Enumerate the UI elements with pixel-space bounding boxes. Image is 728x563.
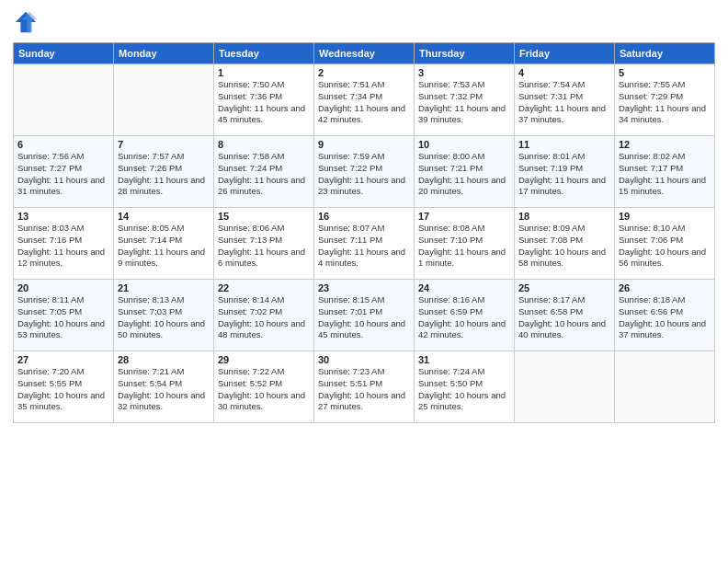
day-number: 13 [17, 211, 109, 222]
calendar-cell: 12Sunrise: 8:02 AM Sunset: 7:17 PM Dayli… [615, 136, 715, 208]
calendar-cell: 5Sunrise: 7:55 AM Sunset: 7:29 PM Daylig… [615, 64, 715, 136]
svg-marker-0 [16, 12, 36, 32]
day-number: 27 [17, 354, 109, 365]
day-info: Sunrise: 7:56 AM Sunset: 7:27 PM Dayligh… [17, 151, 109, 198]
calendar-cell: 18Sunrise: 8:09 AM Sunset: 7:08 PM Dayli… [515, 208, 615, 280]
day-number: 2 [318, 67, 410, 78]
day-info: Sunrise: 7:53 AM Sunset: 7:32 PM Dayligh… [418, 79, 510, 126]
calendar-cell: 29Sunrise: 7:22 AM Sunset: 5:52 PM Dayli… [214, 351, 314, 423]
weekday-header-tuesday: Tuesday [214, 43, 314, 64]
day-info: Sunrise: 7:57 AM Sunset: 7:26 PM Dayligh… [118, 151, 210, 198]
day-number: 15 [218, 211, 310, 222]
calendar-cell: 17Sunrise: 8:08 AM Sunset: 7:10 PM Dayli… [415, 208, 515, 280]
weekday-header-row: SundayMondayTuesdayWednesdayThursdayFrid… [14, 43, 715, 64]
calendar-cell: 19Sunrise: 8:10 AM Sunset: 7:06 PM Dayli… [615, 208, 715, 280]
day-number: 14 [118, 211, 210, 222]
calendar-cell: 25Sunrise: 8:17 AM Sunset: 6:58 PM Dayli… [515, 280, 615, 351]
day-info: Sunrise: 7:22 AM Sunset: 5:52 PM Dayligh… [218, 366, 310, 413]
day-number: 20 [17, 282, 109, 293]
calendar-cell: 9Sunrise: 7:59 AM Sunset: 7:22 PM Daylig… [314, 136, 415, 208]
calendar-cell: 30Sunrise: 7:23 AM Sunset: 5:51 PM Dayli… [314, 351, 415, 423]
calendar-cell: 1Sunrise: 7:50 AM Sunset: 7:36 PM Daylig… [214, 64, 314, 136]
calendar-cell: 27Sunrise: 7:20 AM Sunset: 5:55 PM Dayli… [14, 351, 114, 423]
day-info: Sunrise: 7:23 AM Sunset: 5:51 PM Dayligh… [318, 366, 410, 413]
day-info: Sunrise: 8:08 AM Sunset: 7:10 PM Dayligh… [418, 223, 510, 270]
day-info: Sunrise: 7:24 AM Sunset: 5:50 PM Dayligh… [418, 366, 510, 413]
calendar-table: SundayMondayTuesdayWednesdayThursdayFrid… [13, 42, 715, 423]
day-info: Sunrise: 7:50 AM Sunset: 7:36 PM Dayligh… [218, 79, 310, 126]
calendar-cell: 31Sunrise: 7:24 AM Sunset: 5:50 PM Dayli… [415, 351, 515, 423]
day-info: Sunrise: 8:02 AM Sunset: 7:17 PM Dayligh… [619, 151, 711, 198]
day-info: Sunrise: 8:17 AM Sunset: 6:58 PM Dayligh… [518, 294, 610, 341]
day-info: Sunrise: 7:55 AM Sunset: 7:29 PM Dayligh… [619, 79, 711, 126]
calendar-cell: 8Sunrise: 7:58 AM Sunset: 7:24 PM Daylig… [214, 136, 314, 208]
day-info: Sunrise: 8:00 AM Sunset: 7:21 PM Dayligh… [418, 151, 510, 198]
day-info: Sunrise: 8:11 AM Sunset: 7:05 PM Dayligh… [17, 294, 109, 341]
day-info: Sunrise: 8:14 AM Sunset: 7:02 PM Dayligh… [218, 294, 310, 341]
weekday-header-friday: Friday [515, 43, 615, 64]
day-number: 23 [318, 282, 410, 293]
calendar-cell [114, 64, 214, 136]
day-number: 22 [218, 282, 310, 293]
day-info: Sunrise: 8:07 AM Sunset: 7:11 PM Dayligh… [318, 223, 410, 270]
calendar-cell: 26Sunrise: 8:18 AM Sunset: 6:56 PM Dayli… [615, 280, 715, 351]
day-number: 7 [118, 139, 210, 150]
day-number: 24 [418, 282, 510, 293]
weekday-header-thursday: Thursday [415, 43, 515, 64]
day-info: Sunrise: 8:01 AM Sunset: 7:19 PM Dayligh… [518, 151, 610, 198]
page: SundayMondayTuesdayWednesdayThursdayFrid… [0, 0, 728, 563]
day-info: Sunrise: 8:09 AM Sunset: 7:08 PM Dayligh… [518, 223, 610, 270]
calendar-cell: 3Sunrise: 7:53 AM Sunset: 7:32 PM Daylig… [415, 64, 515, 136]
weekday-header-wednesday: Wednesday [314, 43, 415, 64]
calendar-cell: 16Sunrise: 8:07 AM Sunset: 7:11 PM Dayli… [314, 208, 415, 280]
calendar-cell: 15Sunrise: 8:06 AM Sunset: 7:13 PM Dayli… [214, 208, 314, 280]
calendar-cell: 28Sunrise: 7:21 AM Sunset: 5:54 PM Dayli… [114, 351, 214, 423]
calendar-cell: 2Sunrise: 7:51 AM Sunset: 7:34 PM Daylig… [314, 64, 415, 136]
day-number: 30 [318, 354, 410, 365]
calendar-week-4: 20Sunrise: 8:11 AM Sunset: 7:05 PM Dayli… [14, 280, 715, 351]
calendar-week-3: 13Sunrise: 8:03 AM Sunset: 7:16 PM Dayli… [14, 208, 715, 280]
day-number: 29 [218, 354, 310, 365]
logo-icon [13, 9, 39, 35]
calendar-cell: 6Sunrise: 7:56 AM Sunset: 7:27 PM Daylig… [14, 136, 114, 208]
day-number: 17 [418, 211, 510, 222]
day-number: 4 [518, 67, 610, 78]
calendar-cell: 20Sunrise: 8:11 AM Sunset: 7:05 PM Dayli… [14, 280, 114, 351]
day-info: Sunrise: 7:58 AM Sunset: 7:24 PM Dayligh… [218, 151, 310, 198]
day-info: Sunrise: 8:10 AM Sunset: 7:06 PM Dayligh… [619, 223, 711, 270]
day-number: 1 [218, 67, 310, 78]
day-info: Sunrise: 7:21 AM Sunset: 5:54 PM Dayligh… [118, 366, 210, 413]
day-number: 11 [518, 139, 610, 150]
day-info: Sunrise: 8:18 AM Sunset: 6:56 PM Dayligh… [619, 294, 711, 341]
day-number: 6 [17, 139, 109, 150]
day-number: 3 [418, 67, 510, 78]
day-number: 19 [619, 211, 711, 222]
day-number: 25 [518, 282, 610, 293]
day-number: 21 [118, 282, 210, 293]
calendar-week-2: 6Sunrise: 7:56 AM Sunset: 7:27 PM Daylig… [14, 136, 715, 208]
day-number: 9 [318, 139, 410, 150]
calendar-cell [615, 351, 715, 423]
day-info: Sunrise: 8:13 AM Sunset: 7:03 PM Dayligh… [118, 294, 210, 341]
day-info: Sunrise: 8:06 AM Sunset: 7:13 PM Dayligh… [218, 223, 310, 270]
calendar-cell [14, 64, 114, 136]
day-number: 10 [418, 139, 510, 150]
day-number: 12 [619, 139, 711, 150]
day-info: Sunrise: 8:16 AM Sunset: 6:59 PM Dayligh… [418, 294, 510, 341]
calendar-cell: 7Sunrise: 7:57 AM Sunset: 7:26 PM Daylig… [114, 136, 214, 208]
calendar-week-1: 1Sunrise: 7:50 AM Sunset: 7:36 PM Daylig… [14, 64, 715, 136]
day-number: 8 [218, 139, 310, 150]
calendar-week-5: 27Sunrise: 7:20 AM Sunset: 5:55 PM Dayli… [14, 351, 715, 423]
day-info: Sunrise: 8:15 AM Sunset: 7:01 PM Dayligh… [318, 294, 410, 341]
day-number: 26 [619, 282, 711, 293]
calendar-cell: 4Sunrise: 7:54 AM Sunset: 7:31 PM Daylig… [515, 64, 615, 136]
day-info: Sunrise: 8:03 AM Sunset: 7:16 PM Dayligh… [17, 223, 109, 270]
weekday-header-monday: Monday [114, 43, 214, 64]
day-info: Sunrise: 8:05 AM Sunset: 7:14 PM Dayligh… [118, 223, 210, 270]
day-number: 18 [518, 211, 610, 222]
calendar-cell: 10Sunrise: 8:00 AM Sunset: 7:21 PM Dayli… [415, 136, 515, 208]
calendar-cell: 11Sunrise: 8:01 AM Sunset: 7:19 PM Dayli… [515, 136, 615, 208]
day-number: 5 [619, 67, 711, 78]
day-info: Sunrise: 7:51 AM Sunset: 7:34 PM Dayligh… [318, 79, 410, 126]
calendar-cell: 24Sunrise: 8:16 AM Sunset: 6:59 PM Dayli… [415, 280, 515, 351]
